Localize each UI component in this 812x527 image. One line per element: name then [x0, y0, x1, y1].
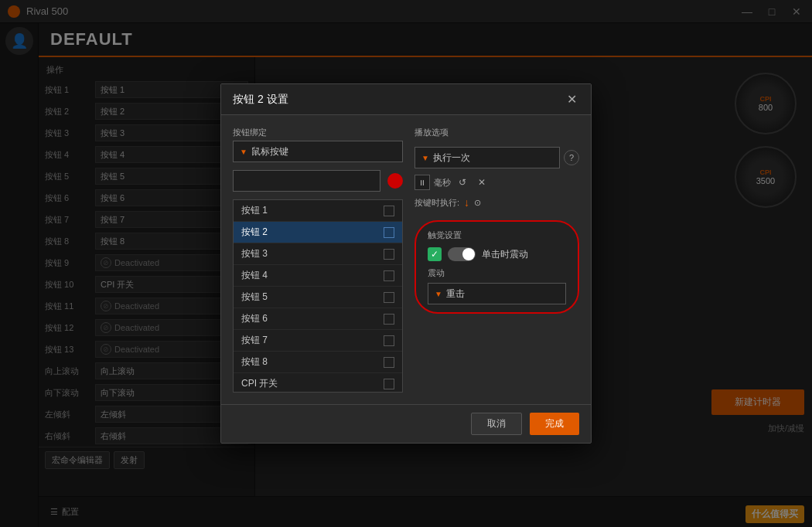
play-label: 播放选项 [415, 127, 579, 138]
vibration-section: 触觉设置 ✓ 单击时震动 震动 ▼ 重击 [415, 220, 579, 314]
keypress-down-icon[interactable]: ↓ [464, 196, 469, 209]
modal-btn-item-7[interactable]: 按钮 7 [234, 330, 402, 352]
btn-check-3 [384, 249, 394, 260]
binding-select[interactable]: ▼ 鼠标按键 [233, 141, 403, 162]
binding-section: 按钮绑定 ▼ 鼠标按键 [233, 127, 403, 162]
quick-record-row [233, 170, 403, 192]
modal-body: 按钮绑定 ▼ 鼠标按键 按钮 1 按钮 2 [221, 115, 591, 404]
keypress-label: 按键时执行: [415, 197, 459, 209]
vibration-title: 触觉设置 [428, 230, 566, 241]
play-help-button[interactable]: ? [564, 150, 579, 165]
modal-overlay[interactable]: 按钮 2 设置 ✕ 按钮绑定 ▼ 鼠标按键 [0, 0, 812, 527]
modal-btn-item-8[interactable]: 按钮 8 [234, 352, 402, 373]
vibration-type-select[interactable]: ▼ 重击 [428, 283, 566, 304]
btn-check-4 [384, 270, 394, 281]
keypress-row: 按键时执行: ↓ ⊙ [415, 196, 579, 209]
toggle-knob [462, 248, 475, 260]
quick-record-input[interactable] [233, 170, 380, 192]
modal-btn-item-2[interactable]: 按钮 2 [234, 222, 402, 243]
vibration-toggle-row: ✓ 单击时震动 [428, 247, 566, 261]
vibration-toggle-switch[interactable] [448, 247, 476, 261]
cancel-button[interactable]: 取消 [471, 413, 522, 435]
vibration-dropdown-arrow-icon: ▼ [435, 290, 442, 298]
modal-btn-item-cpi[interactable]: CPI 开关 [234, 373, 402, 393]
binding-label: 按钮绑定 [233, 127, 403, 138]
modal-btn-item-4[interactable]: 按钮 4 [234, 265, 402, 287]
modal-close-button[interactable]: ✕ [564, 92, 579, 107]
play-value: 执行一次 [433, 151, 470, 165]
play-section: 播放选项 ▼ 执行一次 ? ⏸ 毫秒 ↺ ✕ [415, 127, 579, 209]
btn-check-2 [384, 227, 394, 238]
btn-check-7 [384, 335, 394, 346]
modal-header: 按钮 2 设置 ✕ [221, 84, 591, 115]
modal-right: 播放选项 ▼ 执行一次 ? ⏸ 毫秒 ↺ ✕ [415, 127, 579, 393]
keypress-toggle-icon[interactable]: ⊙ [474, 198, 481, 208]
modal-btn-item-1[interactable]: 按钮 1 [234, 200, 402, 222]
timing-row: ⏸ 毫秒 ↺ ✕ [415, 175, 579, 190]
btn-check-cpi [384, 379, 394, 389]
play-select[interactable]: ▼ 执行一次 [415, 147, 560, 168]
modal-title: 按钮 2 设置 [233, 93, 288, 107]
vibration-type-value: 重击 [446, 287, 465, 301]
modal-btn-item-3[interactable]: 按钮 3 [234, 243, 402, 265]
pause-button[interactable]: ⏸ [415, 175, 430, 190]
btn-check-6 [384, 314, 394, 325]
clear-button[interactable]: ✕ [474, 175, 490, 190]
modal-button-list: 按钮 1 按钮 2 按钮 3 按钮 4 [233, 199, 403, 393]
modal-footer: 取消 完成 [221, 404, 591, 443]
dropdown-arrow-icon: ▼ [240, 148, 247, 156]
modal-left: 按钮绑定 ▼ 鼠标按键 按钮 1 按钮 2 [233, 127, 403, 393]
refresh-button[interactable]: ↺ [455, 175, 470, 190]
ms-label: 毫秒 [434, 177, 451, 189]
record-button[interactable] [387, 173, 403, 189]
modal-btn-item-5[interactable]: 按钮 5 [234, 287, 402, 308]
btn-check-5 [384, 292, 394, 303]
btn-check-1 [384, 206, 394, 216]
btn-check-8 [384, 357, 394, 368]
vibration-check-icon[interactable]: ✓ [428, 247, 442, 261]
confirm-button[interactable]: 完成 [530, 413, 579, 435]
play-dropdown-arrow-icon: ▼ [421, 154, 429, 162]
vibration-toggle-label: 单击时震动 [482, 248, 528, 261]
binding-value: 鼠标按键 [251, 145, 288, 158]
modal-btn-item-6[interactable]: 按钮 6 [234, 308, 402, 330]
modal-dialog: 按钮 2 设置 ✕ 按钮绑定 ▼ 鼠标按键 [220, 83, 592, 444]
vibration-type-label: 震动 [428, 267, 566, 279]
